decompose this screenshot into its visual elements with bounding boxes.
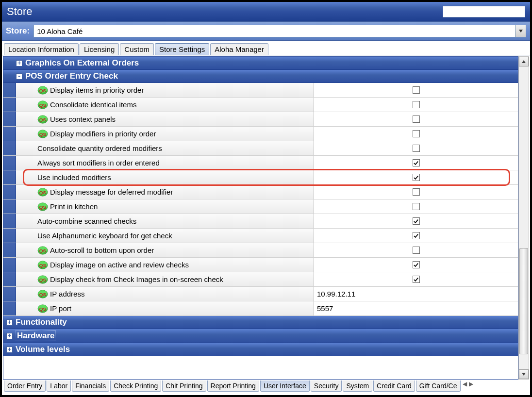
setting-label: Display image on active and review check… (50, 261, 189, 269)
setting-row: QS Uses context panels (3, 112, 518, 127)
setting-label: Print in kitchen (50, 202, 98, 211)
checkbox[interactable] (413, 217, 420, 225)
top-tab-store-settings[interactable]: Store Settings (155, 43, 209, 55)
setting-row: QS Print in kitchen (3, 199, 518, 214)
setting-label-cell: QS Display check from Check Images in on… (3, 272, 314, 286)
content-area: +Graphics On External Orders-POS Order E… (2, 55, 530, 380)
qs-icon: QS (37, 202, 48, 211)
top-tab-location-information[interactable]: Location Information (4, 43, 79, 55)
scroll-thumb[interactable] (519, 248, 528, 354)
scroll-track[interactable] (519, 66, 529, 369)
expand-icon[interactable]: + (6, 333, 13, 339)
checkbox[interactable] (413, 188, 420, 196)
top-tab-licensing[interactable]: Licensing (80, 43, 119, 55)
tree-gutter (3, 243, 16, 257)
setting-label: Uses context panels (50, 115, 116, 123)
qs-icon: QS (37, 130, 48, 138)
bottom-tab-user-interface[interactable]: User Interface (260, 380, 310, 392)
setting-row: QS Display message for deferred modifier (3, 185, 518, 199)
checkbox[interactable] (413, 145, 420, 152)
bottom-tabstrip: Order EntryLaborFinancialsCheck Printing… (2, 380, 530, 395)
setting-label: Use included modifiers (37, 173, 111, 182)
setting-row: QS Display items in priority order (3, 83, 518, 98)
setting-value-cell (314, 243, 518, 257)
expand-icon[interactable]: + (16, 60, 22, 66)
bottom-tab-credit-card[interactable]: Credit Card (373, 380, 415, 392)
group-header-hardware[interactable]: +Hardware (3, 329, 518, 343)
setting-label-cell: QS Print in kitchen (3, 199, 314, 214)
setting-label-cell: QS Display message for deferred modifier (3, 185, 314, 199)
bottom-tab-chit-printing[interactable]: Chit Printing (162, 380, 206, 392)
setting-label-cell: QS IP address (3, 287, 314, 301)
setting-value-text: 10.99.12.11 (317, 290, 355, 298)
checkbox[interactable] (413, 247, 420, 254)
svg-text:QS: QS (39, 87, 47, 93)
group-header-volume-levels[interactable]: +Volume levels (3, 343, 518, 356)
tree-gutter (3, 141, 16, 155)
group-header-pos-order-entry[interactable]: -POS Order Entry Check (3, 70, 518, 83)
bottom-tab-order-entry[interactable]: Order Entry (4, 380, 46, 392)
bottom-tab-labor[interactable]: Labor (47, 380, 71, 392)
collapse-icon[interactable]: - (16, 73, 22, 80)
setting-value-cell (314, 185, 518, 199)
top-tab-aloha-manager[interactable]: Aloha Manager (210, 43, 268, 55)
group-header-graphics-external[interactable]: +Graphics On External Orders (3, 57, 518, 70)
setting-row: QS Consolidate identical items (3, 98, 518, 112)
titlebar-search-input[interactable] (443, 6, 525, 17)
qs-icon: QS (37, 246, 48, 255)
scroll-down-icon[interactable] (519, 369, 529, 379)
bottom-tab-system[interactable]: System (343, 380, 372, 392)
checkbox[interactable] (413, 86, 420, 94)
expand-icon[interactable]: + (6, 319, 13, 326)
qs-icon: QS (37, 86, 48, 95)
bottom-tab-gift-card-ce[interactable]: Gift Card/Ce (416, 380, 461, 392)
checkbox[interactable] (413, 116, 420, 123)
expand-icon[interactable]: + (6, 347, 13, 353)
setting-value-cell (314, 98, 518, 112)
group-label: Graphics On External Orders (25, 58, 139, 68)
setting-row: Use Alphanumeric keyboard for get check (3, 229, 518, 243)
tree-gutter (3, 170, 16, 184)
svg-text:QS: QS (39, 262, 47, 267)
checkbox[interactable] (413, 159, 420, 166)
setting-row: Use included modifiers (3, 170, 518, 185)
qs-icon: QS (37, 100, 48, 109)
checkbox[interactable] (413, 232, 420, 239)
checkbox[interactable] (413, 130, 420, 137)
setting-label: Display check from Check Images in on-sc… (50, 275, 223, 283)
group-label: POS Order Entry Check (25, 71, 118, 81)
svg-text:QS: QS (39, 204, 47, 209)
top-tab-custom[interactable]: Custom (120, 43, 154, 55)
bottom-tab-financials[interactable]: Financials (72, 380, 109, 392)
qs-icon: QS (37, 261, 48, 269)
checkbox[interactable] (413, 174, 420, 181)
setting-row: QS Display check from Check Images in on… (3, 272, 518, 287)
group-header-functionality[interactable]: +Functionality (3, 316, 518, 329)
checkbox[interactable] (413, 276, 420, 283)
qs-icon: QS (37, 115, 48, 124)
scroll-up-icon[interactable] (519, 57, 529, 66)
bottom-tab-report-printing[interactable]: Report Printing (207, 380, 259, 392)
tree-gutter (3, 301, 16, 315)
qs-icon: QS (37, 275, 48, 284)
setting-label: Consolidate quantity ordered modifiers (37, 144, 162, 152)
tab-scroll-right-icon[interactable]: ▶ (469, 380, 473, 387)
setting-row: QS Display image on active and review ch… (3, 258, 518, 272)
vertical-scrollbar[interactable] (518, 56, 529, 380)
tab-scroll-left-icon[interactable]: ◀ (463, 380, 467, 387)
svg-text:QS: QS (39, 248, 47, 253)
bottom-tab-check-printing[interactable]: Check Printing (110, 380, 161, 392)
bottom-tab-security[interactable]: Security (311, 380, 342, 392)
setting-value-cell (314, 170, 518, 184)
checkbox[interactable] (413, 203, 420, 210)
setting-value-cell (314, 258, 518, 272)
setting-value-cell[interactable]: 10.99.12.11 (314, 287, 518, 301)
setting-row: QS Display modifiers in priority order (3, 127, 518, 141)
setting-value-cell[interactable]: 5557 (314, 301, 518, 315)
store-dropdown[interactable]: 10 Aloha Café (33, 25, 526, 37)
checkbox[interactable] (413, 101, 420, 108)
checkbox[interactable] (413, 261, 420, 268)
setting-label-cell: Auto-combine scanned checks (3, 214, 314, 228)
setting-label-cell: QS IP port (3, 301, 314, 315)
setting-row: QS IP address10.99.12.11 (3, 287, 518, 301)
